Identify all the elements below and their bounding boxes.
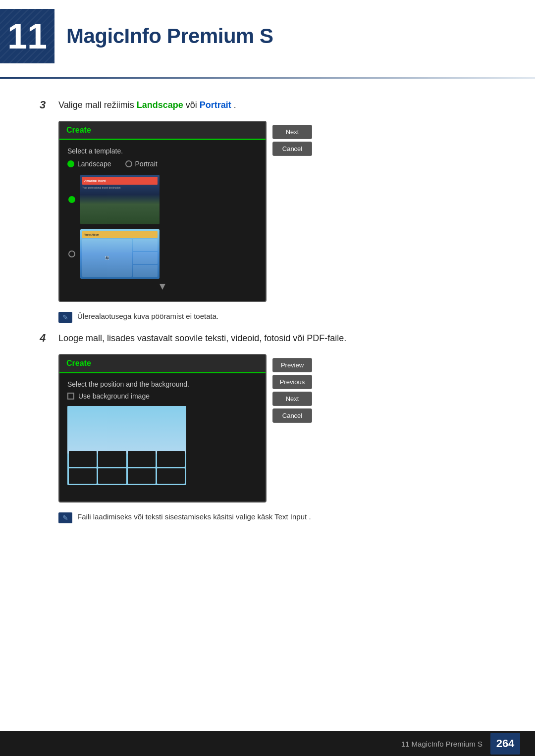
- dialog2-preview-button[interactable]: Preview: [272, 358, 312, 372]
- template1-radio: [68, 196, 75, 203]
- dialog2-title: Create: [66, 359, 91, 367]
- dialog1-body: Select a template. Landscape Portrait: [59, 140, 266, 301]
- bg-cell-8: [157, 468, 185, 484]
- chapter-number-box: 11: [0, 9, 54, 63]
- bg-cell-5: [69, 468, 97, 484]
- note2-row: Faili laadimiseks või teksti sisestamise…: [58, 511, 495, 523]
- note2-text: Faili laadimiseks või teksti sisestamise…: [77, 511, 311, 523]
- radio-landscape-dot: [67, 160, 74, 167]
- bg-sky: [67, 406, 186, 454]
- dialog2-titlebar: Create: [59, 355, 266, 373]
- step3-row: 3 Valige mall režiimis Landscape või Por…: [40, 99, 495, 112]
- dialog2-previous-button[interactable]: Previous: [272, 375, 312, 389]
- step3-number: 3: [40, 99, 52, 111]
- radio-portrait-label: Portrait: [135, 160, 158, 168]
- note2-text-before: Faili laadimiseks või teksti sisestamise…: [77, 512, 274, 521]
- dialog1-box: Create Select a template. Landscape Port…: [58, 121, 267, 302]
- use-bg-checkbox[interactable]: [67, 393, 74, 400]
- footer-page: 264: [490, 733, 520, 755]
- radio-portrait[interactable]: Portrait: [125, 160, 158, 168]
- step3-portrait: Portrait: [200, 100, 231, 110]
- dialog1-select-label: Select a template.: [67, 147, 258, 155]
- bg-cell-2: [98, 451, 126, 467]
- dialog1-title: Create: [66, 126, 91, 134]
- step3-landscape: Landscape: [137, 100, 183, 110]
- dialog1-titlebar: Create: [59, 122, 266, 140]
- radio-row: Landscape Portrait: [67, 160, 258, 168]
- step3-text: Valige mall režiimis Landscape või Portr…: [58, 99, 236, 112]
- bg-cell-4: [157, 451, 185, 467]
- dialog2-box: Create Select the position and the backg…: [58, 354, 267, 503]
- bg-cell-6: [98, 468, 126, 484]
- template-list: Amazing Travel Your professional travel …: [67, 175, 258, 279]
- banner-divider: [0, 77, 535, 79]
- template2-thumb: Photo Album 👨‍👩‍👧: [80, 229, 160, 279]
- template1-thumb: Amazing Travel Your professional travel …: [80, 175, 160, 224]
- chapter-banner: 11 MagicInfo Premium S: [0, 0, 535, 72]
- dialog1-next-button[interactable]: Next: [272, 125, 312, 139]
- template2-radio: [68, 251, 75, 257]
- chapter-number: 11: [7, 18, 47, 54]
- use-bg-label: Use background image: [78, 392, 150, 400]
- template-item-2[interactable]: Photo Album 👨‍👩‍👧: [67, 229, 258, 279]
- note1-row: Ülerealaotusega kuva pööramist ei toetat…: [58, 311, 495, 323]
- radio-landscape-label: Landscape: [77, 160, 111, 168]
- note2-textinput: Text Input: [274, 512, 307, 521]
- note2-icon: [58, 512, 72, 523]
- dialog2-buttons: Preview Previous Next Cancel: [267, 354, 312, 423]
- step3-or: või: [186, 100, 200, 110]
- dialog1-cancel-button[interactable]: Cancel: [272, 142, 312, 156]
- dialog2-select-label: Select the position and the background.: [67, 380, 258, 388]
- note1-text: Ülerealaotusega kuva pööramist ei toetat…: [77, 311, 218, 322]
- radio-portrait-dot: [125, 160, 132, 167]
- step4-number: 4: [40, 332, 52, 345]
- bg-cell-3: [128, 451, 156, 467]
- note1-icon: [58, 312, 72, 323]
- page-footer: 11 MagicInfo Premium S 264: [0, 731, 535, 756]
- note2-text-after: .: [309, 512, 311, 521]
- dialog1-buttons: Next Cancel: [267, 121, 312, 156]
- template-item-1[interactable]: Amazing Travel Your professional travel …: [67, 175, 258, 224]
- bg-grid: [67, 450, 186, 485]
- dialog2-wrapper: Create Select the position and the backg…: [58, 354, 495, 503]
- step3-text-before: Valige mall režiimis: [58, 100, 137, 110]
- step4-text: Looge mall, lisades vastavalt soovile te…: [58, 332, 346, 345]
- content-area: 3 Valige mall režiimis Landscape või Por…: [0, 94, 535, 552]
- step3-end: .: [234, 100, 236, 110]
- bg-cell-1: [69, 451, 97, 467]
- down-arrow: ▼: [67, 279, 258, 294]
- checkbox-row: Use background image: [67, 392, 258, 400]
- dialog1-wrapper: Create Select a template. Landscape Port…: [58, 121, 495, 302]
- dialog2-body: Select the position and the background. …: [59, 373, 266, 492]
- radio-landscape[interactable]: Landscape: [67, 160, 111, 168]
- dialog2-cancel-button[interactable]: Cancel: [272, 408, 312, 423]
- chapter-title: MagicInfo Premium S: [66, 24, 273, 48]
- bg-cell-7: [128, 468, 156, 484]
- footer-text: 11 MagicInfo Premium S: [401, 740, 482, 748]
- dialog2-next-button[interactable]: Next: [272, 392, 312, 406]
- bg-preview: [67, 406, 186, 485]
- step4-row: 4 Looge mall, lisades vastavalt soovile …: [40, 332, 495, 345]
